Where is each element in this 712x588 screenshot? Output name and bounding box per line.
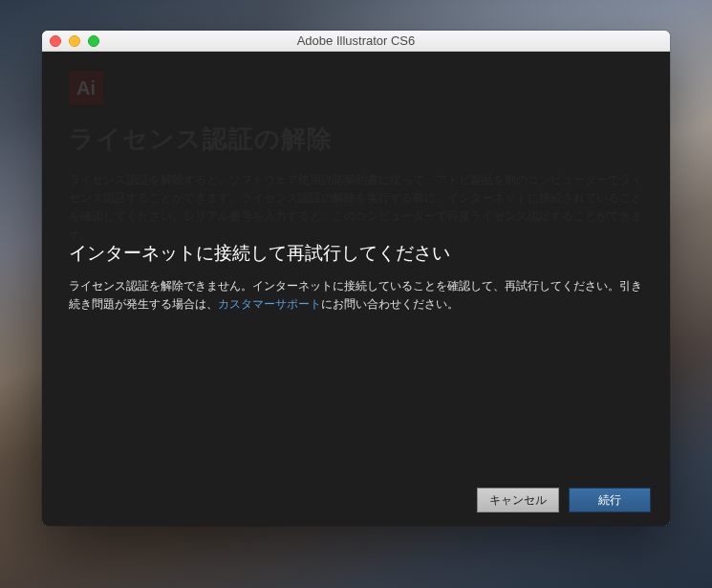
continue-button[interactable]: 続行 bbox=[569, 488, 651, 512]
traffic-lights bbox=[42, 35, 99, 47]
error-text-after: にお問い合わせください。 bbox=[321, 297, 459, 311]
error-body: ライセンス認証を解除できません。インターネットに接続していることを確認して、再試… bbox=[69, 277, 643, 314]
maximize-icon[interactable] bbox=[88, 35, 99, 47]
cancel-button[interactable]: キャンセル bbox=[477, 488, 559, 512]
close-icon[interactable] bbox=[50, 35, 61, 47]
titlebar[interactable]: Adobe Illustrator CS6 bbox=[42, 31, 670, 52]
dialog-window: Adobe Illustrator CS6 Ai ライセンス認証の解除 ライセン… bbox=[42, 31, 670, 526]
customer-support-link[interactable]: カスタマーサポート bbox=[218, 297, 321, 311]
dialog-content: Ai ライセンス認証の解除 ライセンス認証を解除すると、ソフトウェア使用許諾契約… bbox=[42, 52, 670, 526]
button-bar: キャンセル 続行 bbox=[477, 488, 651, 512]
minimize-icon[interactable] bbox=[69, 35, 80, 47]
window-title: Adobe Illustrator CS6 bbox=[42, 33, 670, 48]
error-title: インターネットに接続して再試行してください bbox=[69, 241, 643, 266]
error-overlay: インターネットに接続して再試行してください ライセンス認証を解除できません。イン… bbox=[42, 52, 670, 526]
